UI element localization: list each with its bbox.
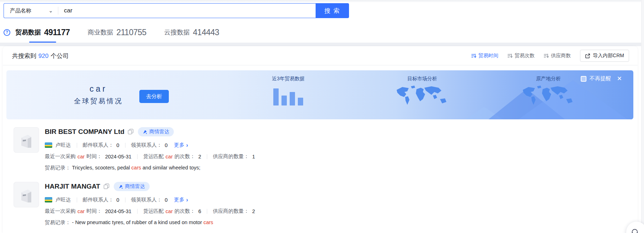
analysis-banner: car 全球贸易情况 去分析 近3年贸易数据 目标市场分析 [6,70,633,119]
linkedin-contacts-label: 领英联系人： [131,196,162,203]
company-country: 卢旺达 [55,196,71,203]
analyze-button[interactable]: 去分析 [139,90,169,103]
dismiss-checkbox[interactable] [581,76,586,82]
more-link[interactable]: 更多 › [174,196,188,203]
shipping-match-label-suffix: 的次数： [175,208,195,215]
tab-count: 2110755 [116,28,146,37]
radar-icon [118,184,123,189]
chevron-right-icon: › [186,197,188,203]
world-map-icon [395,85,450,107]
banner-keyword: car [74,84,123,94]
email-contacts-count: 0 [117,197,119,203]
sort-label: 贸易时间 [478,53,498,59]
scrollbar[interactable] [641,0,644,233]
supplier-count: 2 [252,208,255,214]
copy-icon[interactable] [128,129,133,135]
more-link[interactable]: 更多 › [174,142,188,148]
sort-trade-count[interactable]: 贸易次数 [508,53,535,59]
tab-trade-data[interactable]: 贸易数据 491177 [15,22,70,43]
results-count-text: 共搜索到920个公司 [12,52,69,60]
found-prefix: 共搜索到 [12,53,36,59]
close-icon[interactable]: ✕ [617,76,622,82]
last-purchase-label-suffix: 时间： [86,153,102,160]
banner-section-label: 目标市场分析 [383,76,461,82]
tab-business-data[interactable]: 商业数据 2110755 [87,22,146,43]
search-category-label: 产品名称 [10,7,31,14]
more-label: 更多 [174,142,184,148]
company-name[interactable]: HARJIT MANGAT [45,183,100,190]
import-crm-button[interactable]: 导入内部CRM [580,50,629,62]
search-bar: 产品名称 ⌄ 搜 索 [4,3,349,18]
last-purchase-date: 2024-05-31 [105,208,132,214]
linkedin-contacts-label: 领英联系人： [131,142,162,148]
sort-desc-icon [471,53,476,58]
last-purchase-label-suffix: 时间： [86,208,102,215]
copy-icon[interactable] [104,184,109,189]
more-label: 更多 [174,196,184,203]
radar-icon [143,130,147,134]
divider [207,154,207,159]
search-input[interactable] [58,4,316,18]
crm-button-label: 导入内部CRM [593,53,624,59]
sort-label: 贸易次数 [515,53,535,59]
company-thumbnail[interactable] [14,127,39,153]
supplier-count-label: 供应商的数量： [213,153,249,160]
radar-badge-label: 商情雷达 [149,129,169,135]
keyword-highlight: cars [203,220,213,225]
supplier-count: 1 [252,154,255,159]
bar-chart-icon [273,86,303,105]
company-trade-stats-row: 最近一次采购 car 时间： 2024-05-31 货运匹配 car 的次数： … [45,208,628,215]
trade-record-text: - New pneumatic tyres, of rubber of a ki… [72,220,202,225]
divider [125,197,125,202]
tab-label: 商业数据 [87,28,113,37]
supplier-count-label: 供应商的数量： [213,208,249,215]
company-thumbnail[interactable] [14,182,39,207]
keyword-highlight: car [77,208,85,214]
sort-controls: 贸易时间 贸易次数 供应商数 导入内部CRM [471,50,629,62]
radar-badge[interactable]: 商情雷达 [138,127,174,136]
search-button[interactable]: 搜 索 [316,3,349,18]
found-count: 920 [38,53,48,59]
trade-record-row: 贸易记录： Tricycles, scooters, pedalcarsand … [45,164,628,171]
dismiss-label[interactable]: 不再提醒 [590,75,611,82]
last-purchase-label: 最近一次采购 [45,208,76,215]
company-meta-row: 卢旺达 邮件联系人： 0 领英联系人： 0 更多 › [45,196,628,203]
company-name-row: HARJIT MANGAT 商情雷达 [45,182,628,191]
top-strip [0,0,644,2]
radar-badge[interactable]: 商情雷达 [114,182,150,191]
shipping-match-label: 货运匹配 [143,208,164,215]
tab-label: 云搜数据 [164,28,190,37]
export-icon [585,53,590,59]
building-icon [18,186,34,203]
company-trade-stats-row: 最近一次采购 car 时间： 2024-05-31 货运匹配 car 的次数： … [45,153,628,160]
results-header: 共搜索到920个公司 贸易时间 贸易次数 供应商数 导入内部CRM [3,46,638,63]
results-card: 共搜索到920个公司 贸易时间 贸易次数 供应商数 导入内部CRM [3,46,638,233]
search-category-dropdown[interactable]: 产品名称 ⌄ [4,4,58,18]
company-name[interactable]: BIR BEST COMPANY Ltd [45,128,124,136]
email-contacts-count: 0 [117,142,119,148]
tab-cloud-search-data[interactable]: 云搜数据 414443 [164,22,219,43]
last-purchase-date: 2024-05-31 [105,154,132,159]
company-body: BIR BEST COMPANY Ltd 商情雷达 卢旺达 邮件联系人： 0 领… [45,127,628,171]
banner-section-market: 目标市场分析 [383,76,461,108]
banner-dismiss: 不再提醒 ✕ [581,75,622,82]
chevron-down-icon: ⌄ [48,9,53,12]
email-contacts-label: 邮件联系人： [83,142,114,148]
trade-record-text: and similar wheeled toys; [143,165,200,170]
help-icon[interactable]: ? [4,29,10,36]
sort-label: 供应商数 [551,53,571,59]
company-country: 卢旺达 [55,142,71,148]
sort-trade-time[interactable]: 贸易时间 [471,53,498,59]
linkedin-contacts-count: 0 [165,197,168,203]
company-list-item: BIR BEST COMPANY Ltd 商情雷达 卢旺达 邮件联系人： 0 领… [3,119,638,173]
rwanda-flag-icon [45,197,52,202]
banner-section-label: 近3年贸易数据 [249,76,327,82]
sort-supplier-count[interactable]: 供应商数 [544,53,571,59]
section-gap [0,43,644,46]
company-name-row: BIR BEST COMPANY Ltd 商情雷达 [45,127,628,136]
search-box: 产品名称 ⌄ [4,3,316,18]
divider [207,209,207,214]
trade-record-label: 贸易记录： [45,220,71,225]
tabs-row: ? 贸易数据 491177 商业数据 2110755 云搜数据 414443 [4,22,644,43]
keyword-highlight: car [77,154,85,159]
